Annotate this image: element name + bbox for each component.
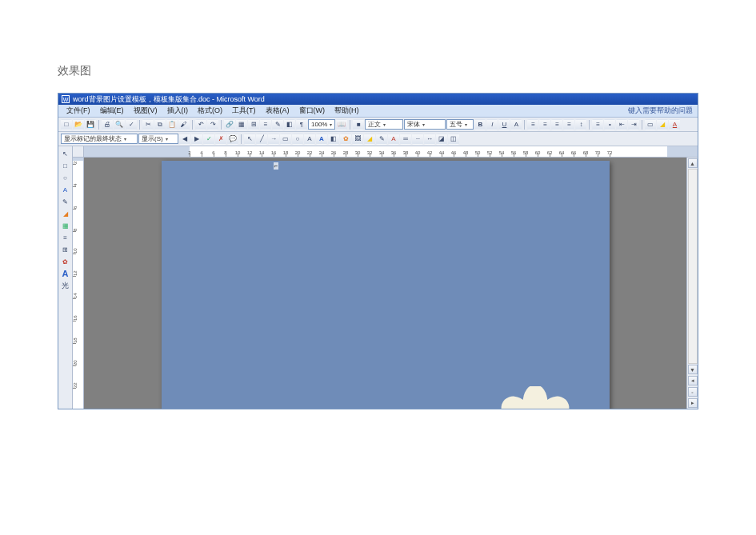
side-pen-button[interactable]: ✎: [60, 196, 71, 207]
spellcheck-button[interactable]: ✓: [126, 119, 137, 130]
menu-edit[interactable]: 编辑(E): [95, 106, 129, 116]
decrease-indent-button[interactable]: ⇤: [616, 119, 627, 130]
side-table-button[interactable]: ▦: [60, 220, 71, 231]
font-color-button[interactable]: A: [669, 119, 680, 130]
format-painter-button[interactable]: 🖌: [178, 119, 190, 130]
side-rect-button[interactable]: □: [60, 160, 71, 171]
browse-next-button[interactable]: ▸: [688, 398, 698, 408]
menu-window[interactable]: 窗口(W): [294, 106, 330, 116]
menu-tools[interactable]: 工具(T): [227, 106, 261, 116]
reject-change-button[interactable]: ✗: [215, 134, 226, 145]
border-button[interactable]: ▭: [645, 119, 656, 130]
menu-table[interactable]: 表格(A): [261, 106, 294, 116]
font-combo[interactable]: 宋体▾: [404, 119, 446, 130]
open-button[interactable]: 📂: [73, 119, 84, 130]
insert-table-button[interactable]: ▦: [236, 119, 247, 130]
cut-button[interactable]: ✂: [142, 119, 154, 130]
browse-object-button[interactable]: ◦: [688, 387, 698, 397]
menu-insert[interactable]: 插入(I): [162, 106, 194, 116]
menu-view[interactable]: 视图(V): [129, 106, 162, 116]
highlight-button[interactable]: ◢: [657, 119, 668, 130]
align-justify-button[interactable]: ≡: [563, 119, 574, 130]
document-page[interactable]: ⌐: [162, 161, 610, 409]
oval-button[interactable]: ○: [292, 134, 303, 145]
copy-button[interactable]: ⧉: [154, 119, 166, 130]
insert-comment-button[interactable]: 💬: [227, 134, 238, 145]
line-spacing-button[interactable]: ↕: [575, 119, 586, 130]
doc-map-button[interactable]: ◧: [284, 119, 295, 130]
undo-button[interactable]: ↶: [195, 119, 206, 130]
print-button[interactable]: 🖨: [102, 119, 113, 130]
hyperlink-button[interactable]: 🔗: [224, 119, 235, 130]
show-markup-combo[interactable]: 显示(S)▾: [138, 134, 178, 144]
arrow-style-button[interactable]: ↔: [424, 134, 435, 145]
reading-layout-button[interactable]: 📖: [336, 119, 347, 130]
horizontal-ruler[interactable]: 2468101214161820222426283032343638404244…: [84, 146, 698, 157]
bold-button[interactable]: B: [474, 119, 486, 130]
vertical-ruler[interactable]: 246810121416182022: [73, 158, 84, 409]
print-preview-button[interactable]: 🔍: [114, 119, 125, 130]
align-left-button[interactable]: ≡: [527, 119, 538, 130]
three-d-button[interactable]: ◫: [448, 134, 459, 145]
previous-change-button[interactable]: ◀: [179, 134, 190, 145]
font-size-combo[interactable]: 五号▾: [446, 119, 474, 130]
shadow-button[interactable]: ◪: [436, 134, 447, 145]
increase-indent-button[interactable]: ⇥: [628, 119, 639, 130]
side-grid-button[interactable]: ⊞: [60, 244, 71, 255]
side-fill-button[interactable]: ◢: [60, 208, 71, 219]
style-combo[interactable]: 正文▾: [365, 119, 403, 130]
paste-button[interactable]: 📋: [166, 119, 178, 130]
arrow-button[interactable]: →: [268, 134, 279, 145]
scroll-up-button[interactable]: ▲: [688, 158, 698, 168]
scroll-track[interactable]: [688, 169, 698, 364]
textbox-button[interactable]: A: [304, 134, 315, 145]
side-align-button[interactable]: ≡: [60, 232, 71, 243]
fill-color-button[interactable]: ◢: [364, 134, 375, 145]
insert-picture-button[interactable]: 🖼: [352, 134, 363, 145]
dash-style-button[interactable]: ┄: [412, 134, 423, 145]
menu-format[interactable]: 格式(O): [193, 106, 227, 116]
save-button[interactable]: 💾: [85, 119, 96, 130]
bulleted-list-button[interactable]: •: [604, 119, 615, 130]
clipart-button[interactable]: ✿: [340, 134, 351, 145]
font-color-draw-button[interactable]: A: [388, 134, 399, 145]
side-reset-button[interactable]: 光: [60, 280, 71, 291]
track-changes-view-combo[interactable]: 显示标记的最终状态▾: [61, 134, 138, 144]
side-font-button[interactable]: A: [60, 268, 71, 279]
wordart-button[interactable]: A: [316, 134, 327, 145]
drawing-button[interactable]: ✎: [272, 119, 283, 130]
menu-help[interactable]: 帮助(H): [330, 106, 364, 116]
document-viewport[interactable]: ⌐: [84, 158, 686, 409]
next-change-button[interactable]: ▶: [191, 134, 202, 145]
title-bar-text: word背景图片设置模板，模板集版集合.doc - Microsoft Word: [73, 94, 694, 105]
new-button[interactable]: □: [61, 119, 72, 130]
numbered-list-button[interactable]: ≡: [592, 119, 603, 130]
redo-button[interactable]: ↷: [207, 119, 218, 130]
zoom-combo[interactable]: 100%▾: [308, 119, 335, 130]
columns-button[interactable]: ≡: [260, 119, 271, 130]
rectangle-button[interactable]: ▭: [280, 134, 291, 145]
show-marks-button[interactable]: ¶: [296, 119, 307, 130]
styles-task-button[interactable]: ■: [353, 119, 364, 130]
superscript-button[interactable]: A: [510, 119, 522, 130]
align-right-button[interactable]: ≡: [551, 119, 562, 130]
select-objects-button[interactable]: ↖: [244, 134, 255, 145]
diagram-button[interactable]: ◧: [328, 134, 339, 145]
underline-button[interactable]: U: [498, 119, 510, 130]
line-style-button[interactable]: ═: [400, 134, 411, 145]
accept-change-button[interactable]: ✓: [203, 134, 214, 145]
insert-excel-button[interactable]: ⊞: [248, 119, 259, 130]
browse-prev-button[interactable]: ◂: [688, 376, 698, 385]
line-color-button[interactable]: ✎: [376, 134, 387, 145]
side-clipart-button[interactable]: ✿: [60, 256, 71, 267]
help-hint-field[interactable]: 键入需要帮助的问题: [623, 106, 698, 116]
side-text-button[interactable]: A: [60, 184, 71, 195]
side-oval-button[interactable]: ○: [60, 172, 71, 183]
align-center-button[interactable]: ≡: [539, 119, 550, 130]
menu-file[interactable]: 文件(F): [62, 106, 95, 116]
italic-button[interactable]: I: [486, 119, 498, 130]
line-button[interactable]: ╱: [256, 134, 267, 145]
scroll-down-button[interactable]: ▼: [688, 365, 698, 374]
vertical-scrollbar[interactable]: ▲ ▼ ◂ ◦ ▸: [686, 158, 698, 409]
side-select-button[interactable]: ↖: [60, 148, 71, 159]
